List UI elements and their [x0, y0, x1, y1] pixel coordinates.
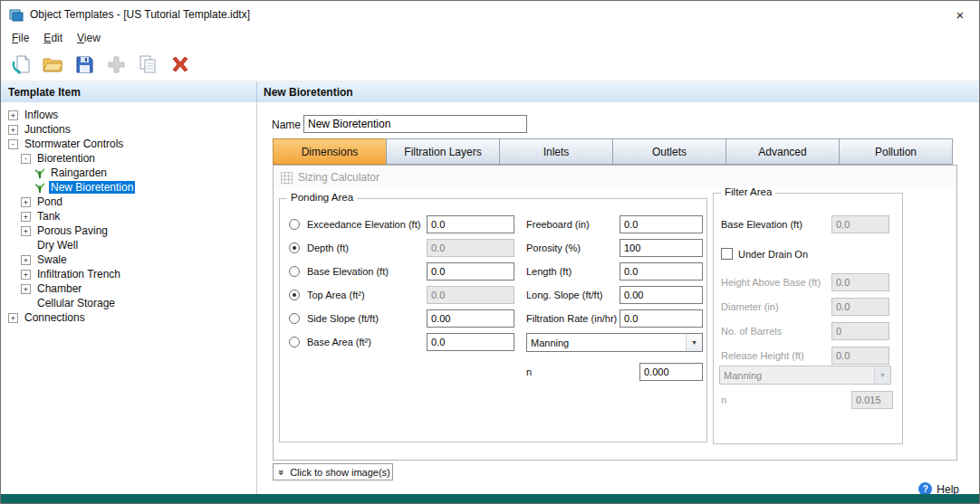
no-of-barrels-label: No. of Barrels — [721, 326, 782, 337]
radio-top-area[interactable] — [289, 290, 300, 300]
close-button[interactable]: × — [945, 1, 975, 28]
expand-icon[interactable]: + — [21, 270, 31, 280]
tree-item-bioretention[interactable]: - Bioretention — [1, 151, 256, 166]
sizing-calculator-icon — [281, 172, 293, 184]
depth-label: Depth (ft) — [307, 242, 349, 253]
radio-base-area[interactable] — [289, 337, 300, 347]
tree-item-inflows[interactable]: + Inflows — [1, 108, 256, 122]
show-images-button[interactable]: » Click to show image(s) — [273, 463, 393, 480]
radio-side-slope[interactable] — [289, 313, 300, 324]
tab-strip: Dimensions Filtration Layers Inlets Outl… — [273, 138, 953, 165]
collapse-icon[interactable]: - — [8, 139, 18, 149]
manning-n-input[interactable] — [639, 363, 703, 381]
tree-item-cellular-storage[interactable]: Cellular Storage — [1, 296, 256, 310]
tab-inlets[interactable]: Inlets — [499, 138, 613, 165]
porosity-input[interactable] — [620, 239, 703, 257]
release-height-input — [831, 347, 889, 365]
selected-tree-item-label: New Bioretention — [49, 181, 135, 194]
tab-dimensions[interactable]: Dimensions — [273, 138, 387, 165]
roughness-method-select[interactable]: Manning ▾ — [526, 333, 703, 352]
add-button — [103, 52, 129, 77]
tree-item-raingarden[interactable]: Raingarden — [1, 166, 256, 180]
tree-item-dry-well[interactable]: Dry Well — [1, 238, 256, 252]
open-button[interactable] — [40, 52, 65, 77]
exceedance-elevation-input[interactable] — [427, 215, 514, 233]
bioretention-leaf-icon — [34, 167, 46, 179]
tab-outlets[interactable]: Outlets — [612, 138, 726, 165]
expand-icon[interactable]: + — [8, 313, 18, 323]
side-slope-input[interactable] — [427, 309, 514, 328]
under-drain-checkbox[interactable] — [721, 248, 733, 260]
expand-icon[interactable]: + — [21, 284, 31, 294]
body: + Inflows + Junctions - Stormwater Contr… — [1, 102, 979, 494]
menu-bar: File Edit View — [1, 28, 979, 47]
copy-button[interactable] — [135, 52, 160, 77]
collapse-icon[interactable]: - — [21, 154, 31, 164]
top-area-label: Top Area (ft²) — [307, 290, 365, 300]
expand-icon[interactable]: + — [21, 212, 31, 222]
filtration-rate-label: Filtration Rate (in/hr) — [526, 313, 617, 324]
expand-icon[interactable]: + — [21, 197, 31, 207]
expand-icon[interactable]: + — [8, 110, 18, 120]
menu-edit[interactable]: Edit — [36, 30, 70, 46]
depth-input — [427, 239, 514, 257]
tab-advanced[interactable]: Advanced — [725, 138, 840, 165]
base-elevation-label: Base Elevation (ft) — [307, 266, 389, 277]
filter-area-title: Filter Area — [721, 186, 775, 197]
name-input[interactable] — [303, 115, 527, 133]
tree-item-swale[interactable]: + Swale — [1, 252, 256, 267]
new-template-button[interactable] — [8, 52, 34, 77]
radio-exceedance-elevation[interactable] — [289, 219, 300, 230]
menu-view[interactable]: View — [70, 30, 108, 46]
radio-depth[interactable] — [289, 242, 300, 253]
expand-icon[interactable]: + — [21, 226, 31, 236]
tree-item-chamber[interactable]: + Chamber — [1, 281, 256, 296]
tab-filtration-layers[interactable]: Filtration Layers — [386, 138, 500, 165]
filtration-rate-input[interactable] — [620, 309, 703, 328]
manning-n-label: n — [526, 366, 532, 377]
bioretention-leaf-icon — [34, 182, 46, 194]
filter-base-elevation-label: Base Elevation (ft) — [721, 219, 802, 230]
template-tree: + Inflows + Junctions - Stormwater Contr… — [1, 102, 257, 494]
editor-panel: Name Dimensions Filtration Layers Inlets… — [257, 102, 979, 494]
freeboard-label: Freeboard (in) — [526, 219, 590, 230]
radio-base-elevation[interactable] — [289, 266, 300, 277]
under-drain-label: Under Drain On — [738, 249, 808, 260]
dimensions-tab-page: Sizing Calculator Ponding Area Exceedanc… — [273, 165, 957, 461]
long-slope-label: Long. Slope (ft/ft) — [526, 290, 602, 300]
template-item-header: Template Item — [1, 81, 257, 103]
toolbar — [1, 47, 979, 81]
base-elevation-input[interactable] — [427, 262, 514, 281]
show-images-label: Click to show image(s) — [290, 467, 390, 478]
expand-icon[interactable]: + — [8, 125, 18, 135]
tree-item-pond[interactable]: + Pond — [1, 195, 256, 209]
length-input[interactable] — [620, 262, 703, 281]
base-area-input[interactable] — [427, 333, 514, 351]
long-slope-input[interactable] — [620, 286, 703, 304]
expand-icon[interactable]: + — [21, 255, 31, 265]
filter-roughness-method-select: Manning ▾ — [719, 366, 891, 385]
menu-file[interactable]: File — [5, 30, 36, 46]
tree-item-new-bioretention[interactable]: New Bioretention — [1, 180, 256, 195]
sizing-calculator-label: Sizing Calculator — [298, 171, 380, 184]
panel-headers: Template Item New Bioretention — [1, 81, 979, 104]
delete-button[interactable] — [167, 52, 192, 77]
object-header: New Bioretention — [257, 81, 979, 103]
tree-item-tank[interactable]: + Tank — [1, 209, 256, 223]
freeboard-input[interactable] — [620, 215, 703, 233]
save-button[interactable] — [72, 52, 97, 77]
tree-item-connections[interactable]: + Connections — [1, 310, 256, 325]
tree-item-stormwater-controls[interactable]: - Stormwater Controls — [1, 137, 256, 151]
tree-item-junctions[interactable]: + Junctions — [1, 122, 256, 137]
tree-item-infiltration-trench[interactable]: + Infiltration Trench — [1, 267, 256, 281]
tree-item-porous-paving[interactable]: + Porous Paving — [1, 223, 256, 238]
double-chevron-down-icon: » — [276, 469, 287, 474]
height-above-base-input — [831, 273, 889, 291]
release-height-label: Release Height (ft) — [721, 350, 804, 361]
object-templates-window: Object Templates - [US Tutorial Template… — [0, 0, 980, 504]
base-area-label: Base Area (ft²) — [307, 337, 371, 347]
name-label: Name — [272, 119, 301, 131]
tab-pollution[interactable]: Pollution — [839, 138, 953, 165]
exceedance-elevation-label: Exceedance Elevation (ft) — [307, 219, 420, 230]
diameter-label: Diameter (in) — [721, 301, 779, 312]
